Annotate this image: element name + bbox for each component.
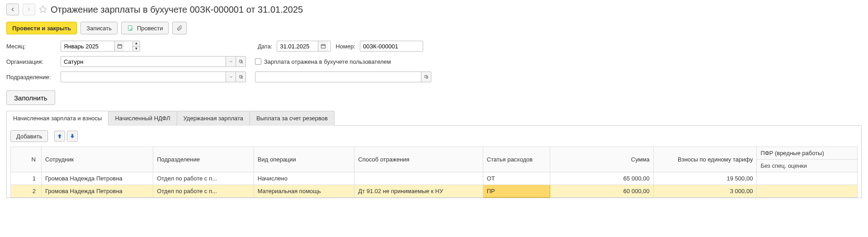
org-dropdown-button[interactable] (226, 57, 236, 66)
col-reflection-header[interactable]: Способ отражения (354, 147, 483, 172)
cell-contribs[interactable]: 3 000,00 (653, 185, 757, 198)
col-op-type-header[interactable]: Вид операции (254, 147, 354, 172)
page-title: Отражение зарплаты в бухучете 00ЗК-00000… (51, 5, 303, 15)
tab-2[interactable]: Удержанная зарплата (177, 111, 250, 126)
cell-reflection[interactable]: Дт 91.02 не принимаемые к НУ (354, 185, 483, 198)
month-step-up[interactable]: ▲ (133, 41, 140, 47)
nav-back-button[interactable] (6, 4, 19, 15)
svg-rect-2 (118, 45, 122, 48)
extra-ref-input[interactable] (255, 72, 421, 82)
svg-marker-0 (40, 5, 47, 12)
move-up-button[interactable] (54, 131, 65, 142)
table-row[interactable]: 1Громова Надежда ПетровнаОтдел по работе… (11, 172, 858, 185)
col-employee-header[interactable]: Сотрудник (41, 147, 153, 172)
org-input[interactable] (61, 57, 226, 66)
cell-department[interactable]: Отдел по работе с п... (153, 172, 254, 185)
cell-contribs[interactable]: 19 500,00 (653, 172, 757, 185)
add-row-button[interactable]: Добавить (10, 130, 48, 142)
cell-department[interactable]: Отдел по работе с п... (153, 185, 254, 198)
number-label: Номер: (335, 43, 355, 50)
month-label: Месяц: (6, 43, 56, 50)
col-n-header[interactable]: N (11, 147, 42, 172)
cell-n[interactable]: 1 (11, 172, 42, 185)
cell-expense-item[interactable]: ОТ (483, 172, 550, 185)
tab-3[interactable]: Выплата за счет резервов (250, 111, 335, 126)
cell-reflection[interactable] (354, 172, 483, 185)
dept-label: Подразделение: (6, 74, 56, 81)
month-input[interactable] (61, 41, 114, 51)
col-department-header[interactable]: Подразделение (153, 147, 254, 172)
cell-pfr[interactable] (757, 172, 858, 185)
chevron-down-icon (229, 75, 233, 79)
reflected-by-user-checkbox[interactable] (255, 58, 261, 65)
cell-op-type[interactable]: Начислено (254, 172, 354, 185)
dept-dropdown-button[interactable] (226, 72, 236, 82)
table-row[interactable]: 2Громова Надежда ПетровнаОтдел по работе… (11, 185, 858, 198)
cell-amount[interactable]: 65 000,00 (550, 172, 653, 185)
open-ref-icon (424, 75, 429, 79)
cell-employee[interactable]: Громова Надежда Петровна (41, 185, 153, 198)
calendar-icon (117, 43, 123, 49)
month-calendar-button[interactable] (114, 41, 124, 51)
calendar-icon (321, 43, 326, 49)
col-pfr-sub-header[interactable]: Без спец. оценки (757, 160, 858, 172)
open-ref-icon (239, 75, 243, 79)
chevron-down-icon (229, 59, 233, 64)
col-contribs-header[interactable]: Взносы по единому тарифу (653, 147, 757, 172)
cell-op-type[interactable]: Материальная помощь (254, 185, 354, 198)
post-button-label: Провести (137, 25, 163, 32)
dept-open-button[interactable] (236, 72, 245, 82)
cell-pfr[interactable] (757, 185, 858, 198)
cell-n[interactable]: 2 (11, 185, 42, 198)
tab-1[interactable]: Начисленный НДФЛ (108, 111, 177, 126)
cell-expense-item[interactable]: ПР (483, 185, 550, 198)
svg-rect-3 (321, 45, 325, 48)
tab-0[interactable]: Начисленная зарплата и взносы (6, 111, 108, 126)
date-label: Дата: (258, 43, 272, 50)
move-down-button[interactable] (67, 131, 78, 142)
save-button[interactable]: Записать (80, 22, 118, 34)
reflected-by-user-label: Зарплата отражена в бухучете пользовател… (264, 58, 391, 65)
month-step-down[interactable]: ▼ (133, 47, 140, 52)
dept-input[interactable] (61, 72, 226, 82)
open-ref-icon (239, 59, 243, 64)
date-calendar-button[interactable] (318, 41, 328, 51)
svg-rect-5 (239, 76, 241, 78)
arrow-left-icon (9, 6, 16, 13)
nav-forward-button[interactable] (23, 4, 35, 15)
svg-rect-6 (425, 76, 427, 78)
number-input[interactable] (360, 41, 419, 51)
col-amount-header[interactable]: Сумма (550, 147, 653, 172)
arrow-up-icon (57, 133, 63, 139)
cell-employee[interactable]: Громова Надежда Петровна (41, 172, 153, 185)
org-label: Организация: (6, 58, 56, 65)
post-and-close-button[interactable]: Провести и закрыть (6, 22, 77, 34)
favorite-star-icon[interactable] (39, 5, 47, 14)
paperclip-icon (176, 24, 183, 32)
cell-amount[interactable]: 60 000,00 (550, 185, 653, 198)
arrow-down-icon (69, 133, 75, 139)
fill-button[interactable]: Заполнить (6, 90, 55, 105)
attach-button[interactable] (172, 22, 187, 34)
org-open-button[interactable] (236, 57, 245, 66)
date-input[interactable] (277, 41, 318, 51)
post-button[interactable]: Провести (121, 22, 169, 34)
post-icon (127, 24, 134, 32)
col-pfr-header[interactable]: ПФР (вредные работы) (757, 147, 858, 160)
extra-open-button[interactable] (421, 72, 431, 82)
svg-rect-4 (239, 60, 241, 62)
col-expense-item-header[interactable]: Статья расходов (483, 147, 550, 172)
arrow-right-icon (26, 6, 32, 13)
